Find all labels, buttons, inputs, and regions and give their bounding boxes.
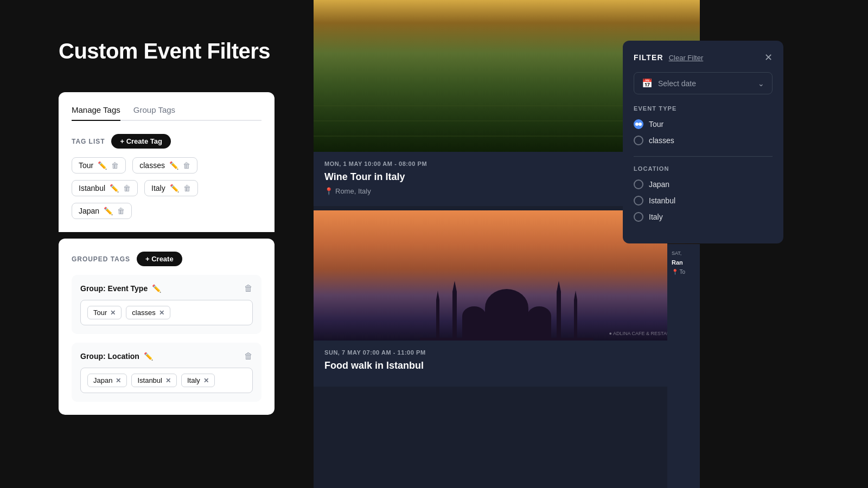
radio-circle-japan <box>634 179 643 189</box>
remove-chip-istanbul[interactable]: ✕ <box>165 377 171 384</box>
svg-rect-5 <box>527 316 551 341</box>
grouped-tags-card: GROUPED TAGS + Create Group: Event Type … <box>59 239 275 415</box>
clear-filter-button[interactable]: Clear Filter <box>669 54 704 62</box>
svg-marker-13 <box>574 291 577 300</box>
grouped-tags-label: GROUPED TAGS + Create <box>72 252 261 266</box>
tag-label-istanbul: Istanbul <box>79 184 105 192</box>
radio-classes[interactable]: classes <box>634 136 773 145</box>
edit-icon-tour[interactable]: ✏️ <box>98 161 107 170</box>
radio-circle-classes <box>634 136 643 145</box>
radio-circle-italy <box>634 212 643 222</box>
radio-circle-tour <box>634 119 643 129</box>
group-location-header: Group: Location ✏️ 🗑 <box>80 351 253 361</box>
date-select[interactable]: 📅 Select date ⌄ <box>634 72 773 94</box>
create-group-button[interactable]: + Create <box>137 252 182 266</box>
event-info-2: SUN, 7 MAY 07:00 AM - 11:00 PM Food walk… <box>314 341 700 387</box>
tag-item-italy: Italy ✏️ 🗑 <box>144 180 198 196</box>
event-name-2: Food walk in Istanbul <box>324 360 689 371</box>
tag-label-tour: Tour <box>79 161 93 170</box>
radio-circle-istanbul <box>634 196 643 206</box>
edit-icon-istanbul[interactable]: ✏️ <box>110 184 119 192</box>
chip-istanbul: Istanbul ✕ <box>131 374 177 387</box>
location-radio-group: Japan Istanbul Italy <box>634 179 773 222</box>
tag-item-istanbul: Istanbul ✏️ 🗑 <box>72 180 138 196</box>
group-event-type-header: Group: Event Type ✏️ 🗑 <box>80 284 253 293</box>
chip-tour: Tour ✕ <box>87 306 122 319</box>
svg-rect-12 <box>574 300 577 341</box>
location-label: LOCATION <box>634 165 773 172</box>
edit-group-event-type-icon[interactable]: ✏️ <box>152 284 161 293</box>
edit-group-location-icon[interactable]: ✏️ <box>144 352 153 361</box>
filter-panel-header: FILTER Clear Filter ✕ <box>634 52 773 63</box>
remove-chip-tour[interactable]: ✕ <box>110 309 116 317</box>
svg-marker-9 <box>557 281 561 292</box>
tag-label-classes: classes <box>139 161 165 170</box>
chevron-down-icon: ⌄ <box>758 79 764 88</box>
group-event-type-title: Group: Event Type ✏️ <box>80 284 161 293</box>
create-tag-button[interactable]: + Create Tag <box>111 134 170 149</box>
remove-chip-japan[interactable]: ✕ <box>116 377 121 384</box>
manage-tags-card: Manage Tags Group Tags TAG LIST + Create… <box>59 92 275 232</box>
event-type-radio-group: Tour classes <box>634 119 773 145</box>
tag-item-tour: Tour ✏️ 🗑 <box>72 157 126 174</box>
filter-title: FILTER <box>634 53 663 62</box>
event-type-label: EVENT TYPE <box>634 105 773 112</box>
delete-group-event-type-icon[interactable]: 🗑 <box>244 284 253 293</box>
radio-japan[interactable]: Japan <box>634 179 773 189</box>
edit-icon-italy[interactable]: ✏️ <box>170 184 179 192</box>
svg-rect-8 <box>557 292 561 341</box>
tag-list: Tour ✏️ 🗑 classes ✏️ 🗑 Istanbul ✏️ 🗑 Ita… <box>72 157 261 219</box>
location-pin-icon-1: 📍 <box>324 187 333 195</box>
delete-group-location-icon[interactable]: 🗑 <box>244 351 253 361</box>
delete-icon-japan[interactable]: 🗑 <box>117 207 125 215</box>
svg-rect-3 <box>462 316 486 341</box>
group-location-title: Group: Location ✏️ <box>80 352 153 361</box>
radio-istanbul[interactable]: Istanbul <box>634 196 773 206</box>
tab-group-tags[interactable]: Group Tags <box>133 105 175 121</box>
group-event-type-chips: Tour ✕ classes ✕ <box>80 300 253 325</box>
group-location-chips: Japan ✕ Istanbul ✕ Italy ✕ <box>80 368 253 393</box>
delete-icon-classes[interactable]: 🗑 <box>183 161 190 170</box>
event-date-2: SUN, 7 MAY 07:00 AM - 11:00 PM <box>324 349 689 356</box>
svg-marker-11 <box>436 291 439 300</box>
remove-chip-classes[interactable]: ✕ <box>159 309 164 317</box>
delete-icon-istanbul[interactable]: 🗑 <box>123 184 131 192</box>
edit-icon-japan[interactable]: ✏️ <box>104 207 113 215</box>
group-location: Group: Location ✏️ 🗑 Japan ✕ Istanbul ✕ … <box>72 343 261 402</box>
svg-rect-10 <box>436 300 439 341</box>
filter-title-row: FILTER Clear Filter <box>634 53 703 62</box>
group-event-type: Group: Event Type ✏️ 🗑 Tour ✕ classes ✕ <box>72 275 261 334</box>
date-placeholder: Select date <box>658 79 696 88</box>
tag-label-italy: Italy <box>151 184 165 192</box>
divider <box>634 156 773 157</box>
page-title: Custom Event Filters <box>59 39 270 63</box>
tag-item-classes: classes ✏️ 🗑 <box>132 157 197 174</box>
edit-icon-classes[interactable]: ✏️ <box>169 161 178 170</box>
date-select-left: 📅 Select date <box>642 78 696 88</box>
chip-japan: Japan ✕ <box>87 374 127 387</box>
tag-item-japan: Japan ✏️ 🗑 <box>72 203 132 219</box>
delete-icon-tour[interactable]: 🗑 <box>111 161 119 170</box>
filter-panel: FILTER Clear Filter ✕ 📅 Select date ⌄ EV… <box>623 41 783 243</box>
svg-rect-14 <box>420 338 593 341</box>
svg-rect-6 <box>452 292 457 341</box>
tag-label-japan: Japan <box>79 207 99 215</box>
svg-marker-7 <box>452 281 457 292</box>
tab-manage-tags[interactable]: Manage Tags <box>72 105 120 121</box>
close-filter-button[interactable]: ✕ <box>764 52 773 63</box>
tag-list-label: TAG LIST + Create Tag <box>72 134 261 149</box>
calendar-icon: 📅 <box>642 78 653 88</box>
remove-chip-italy[interactable]: ✕ <box>203 377 209 384</box>
svg-rect-1 <box>485 308 528 341</box>
radio-italy[interactable]: Italy <box>634 212 773 222</box>
left-panel: Manage Tags Group Tags TAG LIST + Create… <box>59 92 275 415</box>
radio-tour[interactable]: Tour <box>634 119 773 129</box>
chip-classes: classes ✕ <box>126 306 170 319</box>
chip-italy: Italy ✕ <box>181 374 215 387</box>
tabs: Manage Tags Group Tags <box>72 105 261 121</box>
delete-icon-italy[interactable]: 🗑 <box>183 184 191 192</box>
